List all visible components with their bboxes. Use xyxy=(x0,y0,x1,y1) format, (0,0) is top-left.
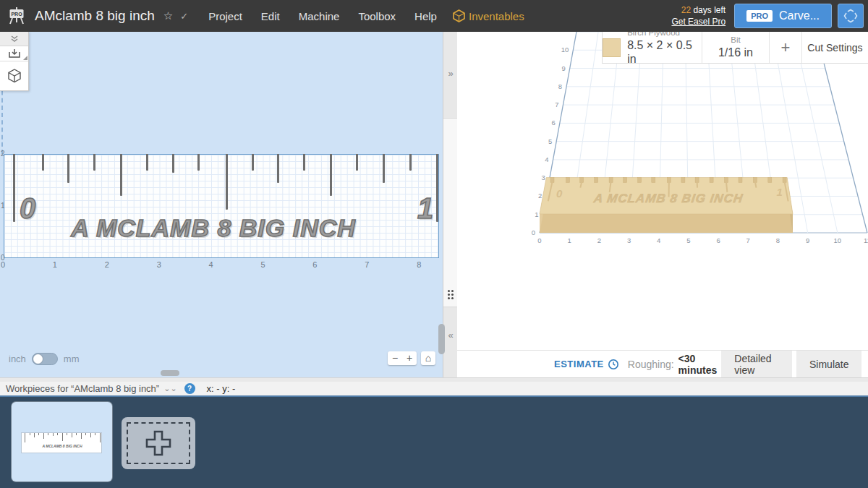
board-notch xyxy=(725,178,728,183)
design-glyph-zero[interactable]: 0 xyxy=(12,192,43,225)
board-face[interactable] xyxy=(540,214,793,233)
zoom-out-button[interactable]: − xyxy=(388,351,402,365)
mini-ruler-tick xyxy=(95,433,95,435)
menu-project[interactable]: Project xyxy=(208,10,242,22)
unit-toggle[interactable] xyxy=(32,353,58,365)
project-title[interactable]: AMclamb 8 big inch xyxy=(35,8,155,24)
trial-days-text: days left xyxy=(691,5,726,15)
x-axis-label: 6 xyxy=(309,260,320,269)
carve-button[interactable]: PRO Carve... xyxy=(734,4,832,28)
bed-x-axis-label: 2 xyxy=(597,236,601,244)
add-workpiece-button[interactable] xyxy=(122,417,195,469)
zoom-buttons: − + xyxy=(388,351,417,365)
mini-ruler-tick xyxy=(72,433,72,437)
mini-ruler-tick xyxy=(25,433,25,442)
panel-divider[interactable]: » « xyxy=(443,32,457,377)
easel-pro-logo-icon[interactable]: PRO xyxy=(7,6,26,26)
inventables-link[interactable]: Inventables xyxy=(453,9,524,22)
bit-section[interactable]: Bit 1/16 in xyxy=(702,32,770,63)
material-dimensions: 8.5 × 2 × 0.5 in xyxy=(627,38,702,66)
x-axis-label: 1 xyxy=(49,260,61,269)
board-notch xyxy=(768,178,772,183)
bed-x-axis-label: 8 xyxy=(776,236,780,244)
pro-badge: PRO xyxy=(746,10,773,22)
bed-x-axis-label: 10 xyxy=(834,236,842,244)
mini-ruler-tick xyxy=(30,433,30,435)
mini-ruler-tick xyxy=(34,433,35,437)
svg-text:PRO: PRO xyxy=(11,12,22,17)
bed-depth-axis-label: 10 xyxy=(561,46,569,53)
design-canvas-2d[interactable]: 0 1 A MCLAMB 8 BIG INCH 210012345678 xyxy=(0,32,443,377)
workpiece-thumbnail-selected[interactable]: A MCLAMB 8 BIG INCH xyxy=(12,402,112,481)
bed-depth-axis-label: 5 xyxy=(548,137,552,145)
board-notch xyxy=(667,178,671,183)
favorite-star-icon[interactable]: ☆ xyxy=(163,9,173,22)
cut-settings-button[interactable]: Cut Settings xyxy=(802,32,868,63)
toolbar-collapse-button[interactable] xyxy=(0,32,28,46)
board-notch xyxy=(550,178,554,183)
y-axis-label: 1 xyxy=(1,202,9,210)
estimate-label[interactable]: ESTIMATE xyxy=(554,359,604,369)
board-groove xyxy=(726,181,727,192)
board-glyph-zero: 0 xyxy=(556,187,563,200)
board-notch xyxy=(739,178,742,183)
jog-machine-button[interactable] xyxy=(838,4,864,28)
material-section[interactable]: Birch Plywood 8.5 × 2 × 0.5 in xyxy=(603,32,702,63)
board-engraved-text: A MCLAMB 8 BIG INCH xyxy=(592,192,744,205)
expand-left-arrow[interactable]: « xyxy=(443,330,458,341)
bed-x-axis-label: 0 xyxy=(537,236,541,244)
preview-panel-3d[interactable]: A MCLAMB 8 BIG INCH010123456789101101234… xyxy=(457,32,868,377)
bed-depth-axis-label: 1 xyxy=(535,210,538,218)
bed-depth-axis-label: 0 xyxy=(532,228,535,236)
workpieces-label[interactable]: Workpieces for “AMclamb 8 big inch” xyxy=(6,383,159,394)
bed-depth-axis-label: 7 xyxy=(555,100,558,108)
board-notch xyxy=(681,178,685,183)
simulate-button[interactable]: Simulate xyxy=(796,351,861,378)
expand-right-arrow[interactable]: » xyxy=(443,68,458,79)
material-bar: Birch Plywood 8.5 × 2 × 0.5 in Bit 1/16 … xyxy=(602,32,868,64)
ruler-tick xyxy=(226,154,228,210)
help-icon[interactable]: ? xyxy=(184,383,195,394)
vertical-scrollbar-thumb[interactable] xyxy=(438,324,445,354)
bed-depth-axis-label: 4 xyxy=(545,155,548,163)
workpieces-chevron-icon[interactable]: ⌄⌄ xyxy=(163,384,176,393)
trial-days-left: 22 days left xyxy=(671,4,726,16)
menu-edit[interactable]: Edit xyxy=(261,10,280,22)
board-notch xyxy=(710,178,713,183)
cursor-coordinates: x: - y: - xyxy=(207,383,236,394)
zoom-home-button[interactable]: ⌂ xyxy=(421,351,435,365)
menu-machine[interactable]: Machine xyxy=(299,10,340,22)
menu-toolbox[interactable]: Toolbox xyxy=(358,10,396,22)
flyout-corner-icon xyxy=(23,56,27,60)
menu-help[interactable]: Help xyxy=(414,10,437,22)
bed-x-axis-label: 4 xyxy=(657,236,660,244)
design-glyph-one[interactable]: 1 xyxy=(411,192,440,225)
ruler-tick xyxy=(330,154,332,196)
workpieces-bar: Workpieces for “AMclamb 8 big inch” ⌄⌄ ?… xyxy=(0,382,868,395)
ruler-tick xyxy=(172,154,174,173)
roughing-value: <30 minutes xyxy=(678,353,718,376)
board-notch xyxy=(652,178,655,183)
zoom-in-button[interactable]: + xyxy=(402,351,417,365)
get-easel-pro-link[interactable]: Get Easel Pro xyxy=(671,16,726,27)
bed-x-axis-label: 9 xyxy=(806,236,809,244)
shapes-3d-tool-button[interactable] xyxy=(0,61,28,90)
mini-ruler-tick xyxy=(62,433,63,441)
divider-handle[interactable] xyxy=(443,118,458,307)
x-axis-label: 2 xyxy=(101,260,113,269)
detailed-view-button[interactable]: Detailed view xyxy=(721,351,792,378)
bit-value: 1/16 in xyxy=(718,46,753,59)
kebab-menu-icon[interactable]: ⋮ xyxy=(861,351,868,378)
design-text[interactable]: A MCLAMB 8 BIG INCH xyxy=(69,214,358,242)
zoom-home-box: ⌂ xyxy=(421,351,435,365)
import-tool-button[interactable] xyxy=(0,46,28,61)
add-bit-button[interactable]: + xyxy=(770,32,802,63)
dashed-border xyxy=(127,422,190,464)
trial-days-number: 22 xyxy=(681,5,691,15)
ruler-tick xyxy=(277,154,279,183)
mini-ruler-tick xyxy=(100,433,101,442)
horizontal-scrollbar-thumb[interactable] xyxy=(161,370,179,376)
top-bar: PRO AMclamb 8 big inch ☆ ✓ Project Edit … xyxy=(0,0,868,32)
unit-toggle-row: inch mm xyxy=(9,353,80,365)
board-glyph-one: 1 xyxy=(776,186,782,198)
